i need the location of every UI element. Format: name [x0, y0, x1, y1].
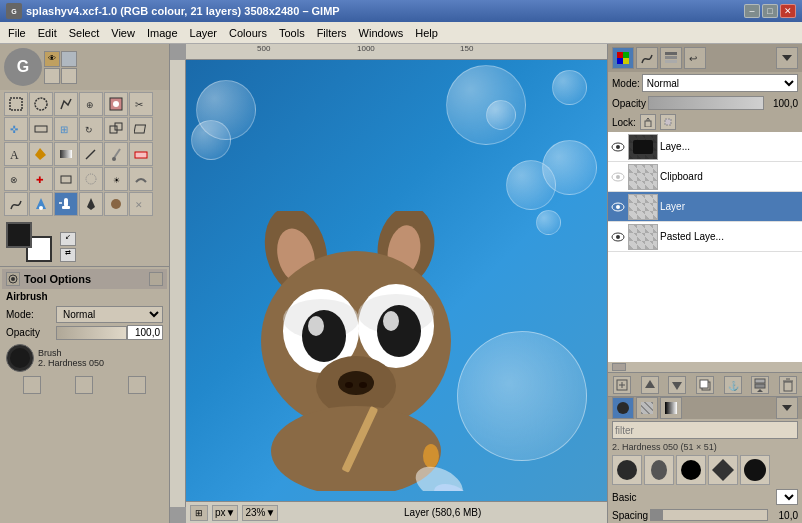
tool-perspective-clone[interactable] — [54, 167, 78, 191]
gimp-image-canvas[interactable] — [186, 60, 607, 501]
close-button[interactable]: ✕ — [780, 4, 796, 18]
tool-rotate[interactable]: ↻ — [79, 117, 103, 141]
tool-pencil[interactable] — [79, 142, 103, 166]
mode-select-tool[interactable]: Normal — [56, 306, 163, 323]
tool-dodge[interactable]: ☀ — [104, 167, 128, 191]
menu-help[interactable]: Help — [409, 25, 444, 41]
brush-item-3[interactable] — [676, 455, 706, 485]
menu-colours[interactable]: Colours — [223, 25, 273, 41]
tool-ink[interactable] — [79, 192, 103, 216]
delete-layer-button[interactable] — [779, 376, 797, 394]
tool-options-menu-button[interactable] — [149, 272, 163, 286]
layer-visibility-1[interactable] — [610, 139, 626, 155]
layers-colors-icon[interactable] — [612, 47, 634, 69]
opacity-value-tool[interactable]: 100,0 — [127, 325, 163, 340]
foreground-color[interactable] — [6, 222, 32, 248]
tool-rect-select[interactable] — [4, 92, 28, 116]
menu-layer[interactable]: Layer — [184, 25, 224, 41]
layers-list[interactable]: Laye... Clipboard Layer — [608, 132, 802, 362]
tool-smudge[interactable] — [129, 167, 153, 191]
layers-opacity-slider[interactable] — [648, 96, 764, 110]
panel-menu-button[interactable] — [776, 47, 798, 69]
canvas-wrapper[interactable] — [186, 60, 607, 501]
brush-item-4[interactable] — [708, 455, 738, 485]
zoom-selector[interactable]: 23% ▼ — [242, 505, 278, 521]
tool-text[interactable]: A — [4, 142, 28, 166]
layers-scroll-thumb[interactable] — [612, 363, 626, 371]
tool-scale[interactable] — [104, 117, 128, 141]
toolbox-action-1[interactable] — [23, 376, 41, 394]
brushes-tab[interactable] — [612, 397, 634, 419]
menu-edit[interactable]: Edit — [32, 25, 63, 41]
layer-visibility-pasted[interactable] — [610, 229, 626, 245]
layer-item[interactable]: Pasted Laye... — [608, 222, 802, 252]
menu-tools[interactable]: Tools — [273, 25, 311, 41]
brushes-filter-input[interactable] — [612, 421, 798, 439]
tool-eraser[interactable] — [129, 142, 153, 166]
tool-colorpicker[interactable] — [29, 192, 53, 216]
tool-scissors[interactable]: ✂ — [129, 92, 153, 116]
tool-color-select[interactable] — [104, 92, 128, 116]
tool-options-icon[interactable] — [6, 272, 20, 286]
maximize-button[interactable]: □ — [762, 4, 778, 18]
layer-visibility-active[interactable] — [610, 199, 626, 215]
tool-paths[interactable] — [4, 192, 28, 216]
layers-paths-icon[interactable] — [636, 47, 658, 69]
tool-icon-3[interactable] — [44, 68, 60, 84]
duplicate-layer-button[interactable] — [696, 376, 714, 394]
tool-shear[interactable] — [129, 117, 153, 141]
tool-free-select[interactable] — [54, 92, 78, 116]
tool-airbrush[interactable] — [54, 192, 78, 216]
brush-item-5[interactable] — [740, 455, 770, 485]
tool-blur[interactable] — [79, 167, 103, 191]
default-colors-button[interactable]: ↙ — [60, 232, 76, 246]
tool-icon-eye[interactable]: 👁 — [44, 51, 60, 67]
zoom-fit-button[interactable]: ⊞ — [190, 505, 208, 521]
tool-mypaint[interactable] — [104, 192, 128, 216]
layers-scrollbar[interactable] — [608, 362, 802, 372]
layer-item-active[interactable]: Layer — [608, 192, 802, 222]
lock-pixels-button[interactable] — [640, 114, 656, 130]
opacity-slider-tool[interactable] — [56, 326, 127, 340]
layers-undo-icon[interactable]: ↩ — [684, 47, 706, 69]
spacing-slider[interactable] — [650, 509, 768, 521]
brush-item-1[interactable] — [612, 455, 642, 485]
tool-icon-4[interactable] — [61, 68, 77, 84]
tool-icon-2[interactable] — [61, 51, 77, 67]
lock-alpha-button[interactable] — [660, 114, 676, 130]
menu-windows[interactable]: Windows — [353, 25, 410, 41]
tool-paintbrush[interactable] — [104, 142, 128, 166]
raise-layer-button[interactable] — [641, 376, 659, 394]
menu-view[interactable]: View — [105, 25, 141, 41]
brushes-basic-select[interactable] — [776, 489, 798, 505]
swap-colors-button[interactable]: ⇄ — [60, 248, 76, 262]
layer-item[interactable]: Laye... — [608, 132, 802, 162]
anchor-layer-button[interactable]: ⚓ — [724, 376, 742, 394]
toolbox-action-3[interactable] — [128, 376, 146, 394]
minimize-button[interactable]: – — [744, 4, 760, 18]
layers-icon[interactable] — [660, 47, 682, 69]
tool-align[interactable] — [29, 117, 53, 141]
tool-ellipse-select[interactable] — [29, 92, 53, 116]
tool-bucket[interactable] — [29, 142, 53, 166]
tool-move[interactable]: ✜ — [4, 117, 28, 141]
menu-filters[interactable]: Filters — [311, 25, 353, 41]
menu-file[interactable]: File — [2, 25, 32, 41]
menu-select[interactable]: Select — [63, 25, 106, 41]
layer-item[interactable]: Clipboard — [608, 162, 802, 192]
gradients-tab[interactable] — [660, 397, 682, 419]
patterns-tab[interactable] — [636, 397, 658, 419]
brushes-menu-button[interactable] — [776, 397, 798, 419]
layers-mode-select[interactable]: Normal — [642, 74, 798, 92]
tool-clone[interactable]: ⊗ — [4, 167, 28, 191]
tool-heal[interactable]: ✚ — [29, 167, 53, 191]
menu-image[interactable]: Image — [141, 25, 184, 41]
tool-measure[interactable]: ✕ — [129, 192, 153, 216]
toolbox-action-2[interactable] — [75, 376, 93, 394]
new-layer-button[interactable] — [613, 376, 631, 394]
merge-layers-button[interactable] — [751, 376, 769, 394]
tool-crop[interactable]: ⊞ — [54, 117, 78, 141]
layer-visibility-clipboard[interactable] — [610, 169, 626, 185]
brush-item-2[interactable] — [644, 455, 674, 485]
tool-fuzzy-select[interactable]: ⊕ — [79, 92, 103, 116]
